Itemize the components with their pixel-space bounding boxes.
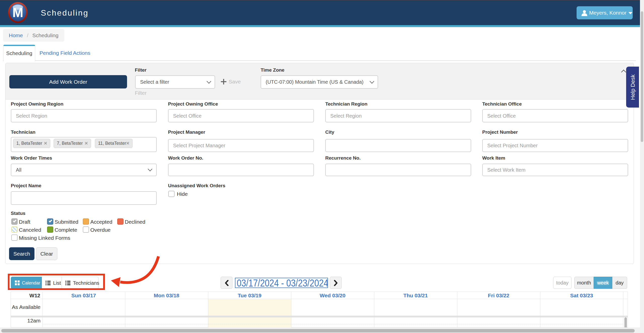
svg-text:M: M (12, 5, 23, 20)
